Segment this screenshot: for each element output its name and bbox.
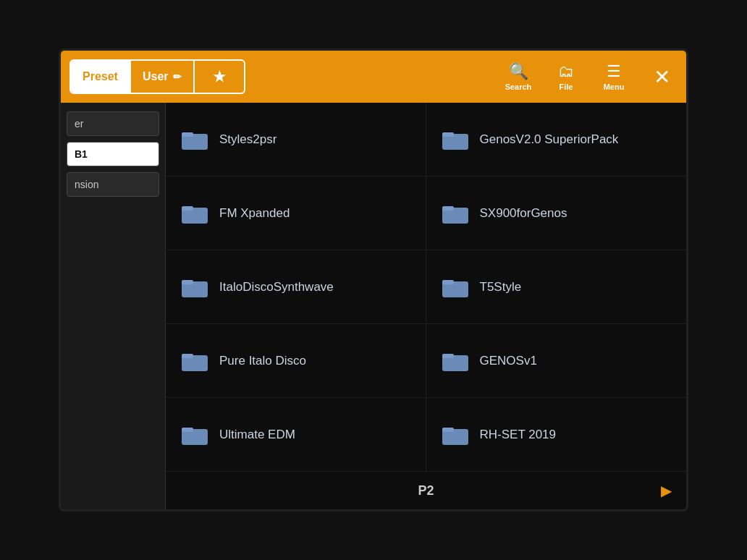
file-item-genosv2[interactable]: GenosV2.0 SuperiorPack: [426, 103, 687, 177]
tab-preset[interactable]: Preset: [71, 61, 130, 93]
file-area: Styles2psr GenosV2.0 SuperiorPack: [166, 103, 686, 509]
folder-icon: [182, 425, 208, 445]
svg-rect-19: [442, 428, 454, 432]
folder-icon: [182, 203, 208, 224]
folder-icon: [182, 130, 208, 150]
svg-rect-7: [442, 206, 454, 211]
page-label: P2: [418, 483, 434, 499]
toolbar: Preset User ✏ ★ 🔍 Search 🗂 File ☰ Menu ✕: [61, 51, 686, 103]
menu-icon: ☰: [607, 62, 621, 81]
folder-icon: [442, 425, 468, 445]
svg-rect-11: [442, 280, 454, 284]
sidebar: er B1 nsion: [61, 103, 166, 509]
pencil-icon: ✏: [173, 71, 182, 82]
pagination: P2 ▶: [166, 472, 686, 509]
menu-button[interactable]: ☰ Menu: [592, 58, 636, 96]
file-button[interactable]: 🗂 File: [544, 58, 588, 96]
folder-icon: [182, 277, 208, 297]
tab-group: Preset User ✏ ★: [69, 59, 245, 94]
svg-rect-3: [442, 132, 454, 137]
svg-rect-9: [182, 280, 193, 284]
sidebar-item-1[interactable]: B1: [67, 142, 159, 166]
folder-icon: [442, 351, 468, 371]
file-item-sx900[interactable]: SX900forGenos: [426, 177, 687, 250]
svg-rect-17: [182, 428, 193, 432]
folder-icon: [442, 277, 468, 297]
file-grid: Styles2psr GenosV2.0 SuperiorPack: [166, 103, 686, 472]
star-icon: ★: [213, 68, 226, 85]
svg-rect-15: [442, 354, 454, 358]
tab-user[interactable]: User ✏: [130, 61, 193, 93]
file-item-genosv1[interactable]: GENOSv1: [426, 324, 687, 398]
file-item-ultimateedm[interactable]: Ultimate EDM: [166, 398, 426, 472]
sidebar-item-2[interactable]: nsion: [67, 172, 159, 197]
file-icon: 🗂: [558, 62, 574, 81]
sidebar-item-0[interactable]: er: [67, 111, 159, 136]
svg-rect-13: [182, 354, 193, 358]
folder-icon: [442, 203, 468, 224]
file-item-styles2psr[interactable]: Styles2psr: [166, 103, 426, 177]
file-item-rhset[interactable]: RH-SET 2019: [426, 398, 687, 472]
file-item-pureitalo[interactable]: Pure Italo Disco: [166, 324, 426, 398]
search-icon: 🔍: [509, 62, 528, 81]
folder-icon: [182, 351, 208, 371]
main-content: er B1 nsion Styles2: [61, 103, 686, 509]
folder-icon: [442, 130, 468, 150]
tab-favorite[interactable]: ★: [193, 61, 244, 93]
file-item-fmxpanded[interactable]: FM Xpanded: [166, 177, 426, 250]
svg-rect-5: [182, 206, 193, 211]
file-item-t5style[interactable]: T5Style: [426, 250, 687, 324]
svg-rect-1: [182, 132, 193, 137]
next-page-button[interactable]: ▶: [661, 482, 672, 499]
file-item-italodisco[interactable]: ItaloDiscoSynthwave: [166, 250, 426, 324]
close-button[interactable]: ✕: [646, 61, 678, 93]
search-button[interactable]: 🔍 Search: [497, 58, 540, 96]
